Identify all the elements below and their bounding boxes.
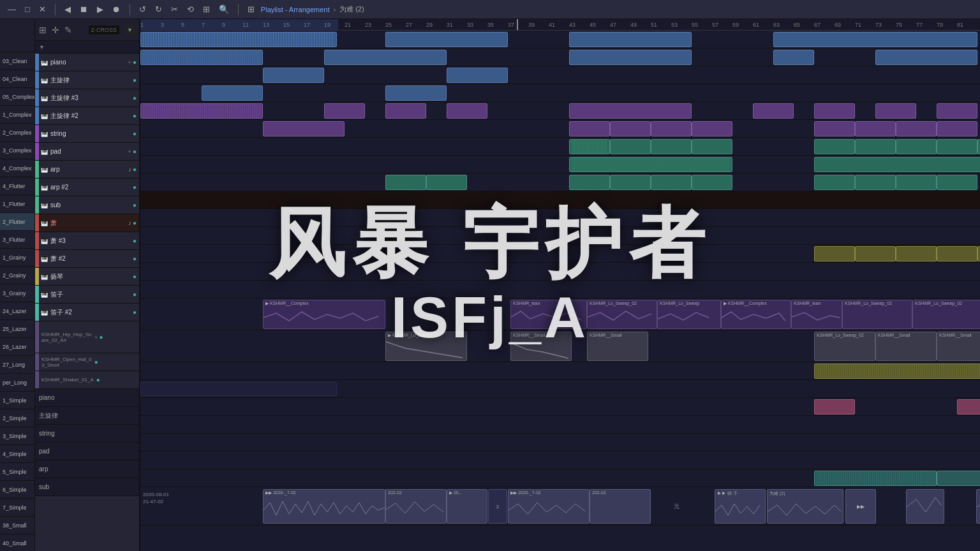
clip-piano-1[interactable] [140,32,337,47]
clip-arp-6[interactable] [855,139,896,154]
vol-btn-melody3[interactable]: ● [133,94,137,101]
zoom-icon[interactable]: 🔍 [216,3,232,15]
stop-button[interactable]: ⏹ [77,3,91,15]
expand-btn-audio1[interactable]: + [94,334,98,341]
arr-row-dizi2[interactable] [140,281,980,298]
clip-yangqin-4[interactable] [937,246,977,261]
clip-xiao2-lower-2[interactable] [957,399,980,415]
clip-sub-6[interactable] [692,175,732,190]
clip-yangqin-1[interactable] [814,246,855,261]
clip-pad-8[interactable] [896,121,937,136]
arr-row-yangqin[interactable] [140,245,980,263]
arr-row-melody3[interactable] [140,66,980,84]
note-btn-arp[interactable]: ♪ [128,166,131,173]
cut-icon[interactable]: ✂ [168,3,181,15]
clip-string-9[interactable] [937,103,977,119]
clip-string-2[interactable] [324,103,365,119]
undo-icon[interactable]: ↺ [137,3,149,15]
vol-btn-xiao3[interactable]: ● [133,237,137,244]
clip-empty1[interactable] [140,382,337,396]
clip-arp-1[interactable] [569,139,610,154]
clip-sub-1[interactable] [385,175,426,190]
clip-sweep-small-6[interactable]: KSHMR__Small [937,332,980,361]
clip-string-7[interactable] [814,103,855,119]
mixer-icon[interactable]: ⊞ [245,3,257,15]
vol-btn-melody[interactable]: ● [133,77,137,84]
clip-string-5[interactable] [569,103,692,119]
vol-btn-audio3[interactable]: ● [96,376,100,383]
clip-arp-9[interactable] [977,139,980,154]
clip-yangqin-2[interactable] [855,246,896,261]
clip-pad-4[interactable] [651,121,692,136]
play-button[interactable]: ▶ [94,3,106,15]
clip-string-6[interactable] [753,103,794,119]
clip-long-sweep-6[interactable]: KSHMR_lean [791,300,842,329]
clip-melody2-2[interactable] [385,85,447,101]
audio-clip-right-1[interactable]: ▶▶ 研-下 [715,489,766,524]
clip-sweep-small-4[interactable]: KSHMR_Lo_Sweep_02 [814,332,875,361]
clip-melody-1[interactable] [140,50,263,65]
clip-pad-7[interactable] [855,121,896,136]
vol-btn-arp[interactable]: ● [133,166,137,173]
clip-arp-4[interactable] [692,139,732,154]
clip-sub-3[interactable] [569,175,610,190]
maximize-button[interactable]: □ [22,3,33,15]
snap-icon[interactable]: ⊞ [200,3,212,15]
arr-row-melody[interactable] [140,48,980,66]
clip-melody-4[interactable] [773,50,814,65]
zcross-label[interactable]: Z-CROSS [89,26,120,34]
arr-row-empty3[interactable] [140,434,980,452]
audio-clip-main-2[interactable]: 202-02 [385,489,447,524]
record-button[interactable]: ⏺ [110,3,123,15]
vol-btn-string[interactable]: ● [133,130,137,137]
vol-btn-xiao[interactable]: ● [133,219,137,226]
clip-sub-2[interactable] [426,175,467,190]
clip-yangqin2-1[interactable] [814,364,980,379]
arr-row-xiao3[interactable] [140,209,980,227]
arr-row-piano[interactable] [140,31,980,48]
vol-btn-arp2[interactable]: ● [133,184,137,191]
mute-btn-piano[interactable]: + [128,59,131,66]
vol-btn-dizi[interactable]: ● [133,291,137,298]
audio-clip-right-2[interactable]: 为难 (2) [767,489,843,524]
vol-btn-audio1[interactable]: ● [100,334,103,341]
clip-melody-3[interactable] [569,50,692,65]
arr-row-string[interactable] [140,102,980,120]
clip-melody2-1[interactable] [202,85,263,101]
arr-row-dizi-lower[interactable] [140,469,980,487]
minimize-button[interactable]: — [5,3,19,15]
clip-sub-5[interactable] [651,175,692,190]
vol-btn-yangqin[interactable]: ● [133,273,137,280]
clip-long-sweep-7[interactable]: KSHMR_Lo_Sweep_02 [842,300,912,329]
clip-pad-1[interactable] [263,121,345,136]
arr-row-arp[interactable] [140,138,980,156]
solo-btn-piano[interactable]: ● [133,59,137,66]
arr-row-sub[interactable] [140,173,980,191]
arr-row-melody2[interactable] [140,84,980,102]
audio-clip-mid-2[interactable]: 202-02 [590,489,651,524]
clip-arp-2[interactable] [610,139,651,154]
arr-row-sweep-small[interactable]: ▶ KSHMR_Lo_Sweep_ KSHMR__Small KSHMR__Sm… [140,330,980,362]
arr-row-long-sweep[interactable]: ▶ KSHMR__Complex KSHMR_lean KSHMR_Lo_Swe… [140,298,980,330]
clip-arp-3[interactable] [651,139,692,154]
arr-row-dizi[interactable] [140,263,980,281]
audio-clip-count[interactable]: 2 [488,489,507,524]
prev-button[interactable]: ◀ [62,3,73,15]
arr-row-empty2[interactable] [140,416,980,434]
clip-string-4[interactable] [447,103,487,119]
clip-melody-2[interactable] [324,50,447,65]
arr-row-yangqin2[interactable] [140,362,980,380]
arr-row-pad[interactable] [140,120,980,138]
audio-clip-main-3[interactable]: ▶ 20... [447,489,487,524]
clip-pad-2[interactable] [569,121,610,136]
clip-dizi-lower-2[interactable] [937,471,980,486]
audio-clip-mid-1[interactable]: ▶▶ 2020-_7-02 [508,489,590,524]
clip-arp2-1[interactable] [569,157,732,172]
clip-melody-5[interactable] [875,50,977,65]
clip-yangqin-5[interactable] [977,246,980,261]
clip-sweep-small-1[interactable]: ▶ KSHMR_Lo_Sweep_ [385,332,467,361]
arr-row-xiao2[interactable] [140,227,980,245]
clip-arp-8[interactable] [937,139,977,154]
vol-btn-audio2[interactable]: ● [94,358,98,365]
audio-clip-far-right-2[interactable] [976,489,980,524]
